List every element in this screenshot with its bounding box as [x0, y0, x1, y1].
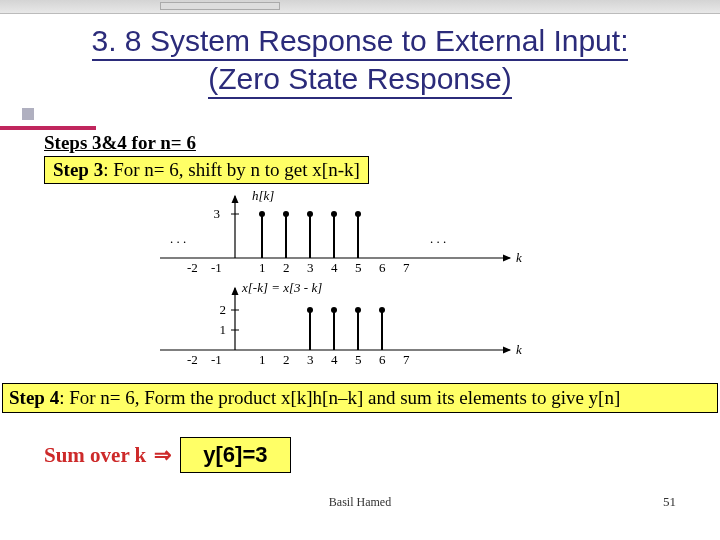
x3k-func-label: x[-k] = x[3 - k] [241, 280, 322, 295]
svg-point-36 [307, 307, 313, 313]
page-number: 51 [663, 494, 676, 510]
svg-point-13 [259, 211, 265, 217]
result-box: y[6]=3 [180, 437, 290, 473]
svg-text:-1: -1 [211, 260, 222, 275]
step3-prefix: Step 3 [53, 159, 103, 180]
svg-text:-2: -2 [187, 352, 198, 367]
svg-text:3: 3 [307, 260, 314, 275]
svg-point-42 [379, 307, 385, 313]
svg-text:-1: -1 [211, 352, 222, 367]
svg-text:5: 5 [355, 352, 362, 367]
footer-author: Basil Hamed [0, 495, 720, 510]
svg-point-19 [331, 211, 337, 217]
svg-text:4: 4 [331, 352, 338, 367]
svg-point-40 [355, 307, 361, 313]
svg-point-21 [355, 211, 361, 217]
svg-text:4: 4 [331, 260, 338, 275]
step4-prefix: Step 4 [9, 387, 59, 408]
hk-axis-label: k [516, 250, 522, 265]
svg-point-38 [331, 307, 337, 313]
step4-box: Step 4: For n= 6, Form the product x[k]h… [2, 383, 718, 413]
hk-dots-right: . . . [430, 231, 446, 246]
sum-label: Sum over k [44, 443, 146, 468]
step3-box: Step 3: For n= 6, shift by n to get x[n-… [44, 156, 369, 184]
svg-text:6: 6 [379, 260, 386, 275]
step3-text: : For n= 6, shift by n to get x[n-k] [103, 159, 360, 180]
window-topbar [0, 0, 720, 14]
title-line-2: (Zero State Response) [208, 62, 511, 99]
hk-stems [259, 211, 361, 258]
arrow-icon: ⇒ [154, 443, 172, 468]
svg-text:6: 6 [379, 352, 386, 367]
title-accent-bar [0, 126, 96, 130]
hk-func-label: h[k] [252, 188, 274, 203]
step4-text: : For n= 6, Form the product x[k]h[n–k] … [59, 387, 620, 408]
plot-x-3-k: x[-k] = x[3 - k] 1 2 k -2 -1 1 2 3 4 5 6… [160, 280, 522, 367]
progress-bar [160, 2, 280, 10]
svg-text:3: 3 [307, 352, 314, 367]
svg-text:1: 1 [259, 260, 266, 275]
svg-text:5: 5 [355, 260, 362, 275]
svg-point-15 [283, 211, 289, 217]
hk-ytick: 3 [214, 206, 221, 221]
svg-text:-2: -2 [187, 260, 198, 275]
svg-text:2: 2 [283, 260, 290, 275]
slide-title: 3. 8 System Response to External Input: … [0, 22, 720, 97]
hk-dots-left: . . . [170, 231, 186, 246]
sum-row: Sum over k ⇒ y[6]=3 [44, 437, 291, 473]
svg-text:7: 7 [403, 260, 410, 275]
x3k-stems [307, 307, 385, 350]
x3k-ytick1: 1 [220, 322, 227, 337]
x3k-xticks: -2 -1 1 2 3 4 5 6 7 [187, 352, 410, 367]
svg-point-17 [307, 211, 313, 217]
svg-text:2: 2 [283, 352, 290, 367]
hk-xticks: -2 -1 1 2 3 4 5 6 7 [187, 260, 410, 275]
svg-text:7: 7 [403, 352, 410, 367]
steps-heading: Steps 3&4 for n= 6 [44, 132, 196, 154]
x3k-ytick2: 2 [220, 302, 227, 317]
svg-text:1: 1 [259, 352, 266, 367]
plot-h-k: h[k] 3 k . . . . . . -2 -1 1 2 3 4 5 6 7 [160, 188, 522, 275]
title-line-1: 3. 8 System Response to External Input: [92, 24, 629, 61]
title-bullet-icon [22, 108, 34, 120]
x3k-axis-label: k [516, 342, 522, 357]
convolution-figure: h[k] 3 k . . . . . . -2 -1 1 2 3 4 5 6 7 [130, 188, 560, 370]
